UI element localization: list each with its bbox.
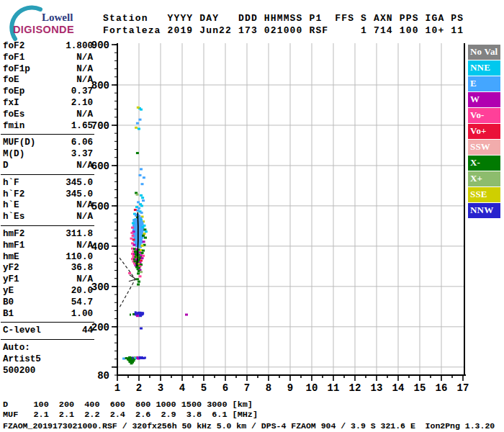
- echo-point: [144, 356, 146, 359]
- station-header: Station YYYY DAY DDD HHMMSS P1 FFS S AXN…: [103, 13, 464, 37]
- y-tick-label: 600: [91, 161, 109, 172]
- parameter-value: 345.0: [66, 189, 93, 201]
- y-tick-label: 300: [91, 282, 109, 293]
- legend-item-vo-: Vo+: [468, 124, 500, 139]
- parameter-value: 3.37: [71, 149, 93, 161]
- x-tick-label: 14: [392, 382, 405, 394]
- parameter-row: MUF(D)6.06: [3, 138, 93, 149]
- echo-point: [132, 222, 135, 224]
- y-tick-label: 400: [91, 241, 109, 253]
- scaled-parameters-panel: foF21.800foF1N/AfoF1pN/AfoEN/AfoEp0.37fx…: [3, 41, 93, 377]
- parameter-label: foF1: [3, 53, 24, 64]
- legend-item-x-: X+: [468, 171, 500, 186]
- echo-point: [130, 362, 133, 364]
- parameter-label: D: [3, 161, 9, 172]
- echo-point: [136, 278, 139, 280]
- parameter-value: 2.10: [71, 98, 93, 109]
- y-tick-label: 200: [91, 322, 109, 333]
- logo-text-digisonde: DIGISONDE: [13, 24, 74, 35]
- echo-point: [143, 233, 146, 235]
- echo-point: [137, 201, 140, 203]
- y-tick-label: 800: [91, 80, 109, 91]
- x-tick-label: 4: [179, 382, 185, 394]
- parameter-label: yF2: [3, 263, 19, 274]
- parameter-row: foEN/A: [3, 75, 93, 86]
- parameter-value: 36.8: [71, 263, 93, 274]
- echo-point: [145, 230, 148, 233]
- x-tick-label: 12: [349, 382, 361, 394]
- echo-point: [141, 312, 144, 315]
- legend-item-nnw: NNW: [468, 203, 500, 218]
- parameter-label: h`Es: [3, 212, 24, 223]
- parameter-label: h`F2: [3, 189, 24, 201]
- legend-item-ssw: SSW: [468, 140, 500, 155]
- parameter-row: 500200: [3, 366, 93, 377]
- echo-point: [137, 272, 140, 274]
- axis-tick-labels: 9008007006005004003002008012345678910111…: [91, 40, 469, 394]
- echo-point: [140, 204, 143, 207]
- legend-item-sse: SSE: [468, 187, 500, 202]
- parameter-label: hmE: [3, 252, 19, 264]
- parameter-value: N/A: [76, 109, 93, 121]
- legend-item-e: E: [468, 76, 500, 91]
- parameter-row: fmin1.65: [3, 121, 93, 132]
- panel-separator: [1, 339, 94, 340]
- echo-point: [141, 226, 144, 228]
- panel-separator: [1, 174, 94, 175]
- legend-item-nne: NNE: [468, 60, 500, 76]
- echo-point: [138, 207, 140, 210]
- parameter-row: C-level44: [3, 325, 93, 337]
- echo-point: [185, 314, 188, 316]
- x-tick-label: 6: [222, 382, 228, 394]
- parameter-label: hmF1: [3, 240, 24, 252]
- parameter-row: fxI2.10: [3, 98, 93, 109]
- x-tick-label: 1: [114, 382, 120, 394]
- echo-point: [131, 227, 134, 229]
- panel-separator: [1, 225, 94, 226]
- x-tick-label: 13: [371, 382, 383, 394]
- echo-point: [132, 235, 135, 237]
- echo-point: [132, 244, 135, 246]
- parameter-value: N/A: [76, 240, 93, 252]
- parameter-row: foF1N/A: [3, 53, 93, 64]
- echo-point: [128, 359, 131, 361]
- parameter-value: 44: [82, 325, 93, 337]
- parameter-label: h`E: [3, 200, 19, 212]
- x-tick-label: 15: [414, 382, 426, 394]
- panel-separator: [1, 322, 94, 323]
- model-profile-dashed-line: [120, 258, 136, 307]
- parameter-label: foEs: [3, 109, 24, 121]
- parameter-row: Auto:: [3, 343, 93, 354]
- echo-scatter-points: [122, 107, 188, 364]
- footer-info: FZAOM_2019173021000.RSF / 320fx256h 50 k…: [3, 421, 495, 431]
- panel-separator: [1, 134, 94, 135]
- echo-point: [136, 315, 139, 317]
- parameter-row: hmF2311.8: [3, 229, 93, 240]
- parameter-row: yF236.8: [3, 263, 93, 274]
- echo-point: [140, 260, 143, 262]
- parameter-label: fxI: [3, 98, 19, 109]
- echo-point: [134, 209, 137, 211]
- legend-item-w: W: [468, 92, 500, 107]
- parameter-value: 20.0: [71, 286, 93, 297]
- parameter-value: 1.800: [66, 41, 93, 53]
- echo-point: [140, 328, 143, 330]
- echo-point: [142, 250, 145, 252]
- parameter-label: foEp: [3, 86, 24, 98]
- echo-point: [138, 127, 140, 130]
- parameter-row: yE20.0: [3, 286, 93, 297]
- parameter-row: hmE110.0: [3, 252, 93, 264]
- parameter-value: 6.06: [71, 138, 93, 149]
- parameter-value: N/A: [76, 212, 93, 223]
- echo-point: [142, 235, 145, 237]
- echo-point: [139, 119, 142, 121]
- parameter-row: hmF1N/A: [3, 240, 93, 252]
- x-tick-label: 9: [287, 382, 293, 394]
- echo-point: [143, 240, 145, 243]
- header-field-values: Fortaleza 2019 Jun22 173 021000 RSF 1 71…: [103, 25, 464, 36]
- parameter-label: B1: [3, 309, 14, 320]
- parameter-label: hmF2: [3, 229, 24, 240]
- echo-classification-legend: No ValNNEEWVo-Vo+SSWX-X+SSENNW: [468, 45, 500, 219]
- parameter-row: foF1pN/A: [3, 64, 93, 76]
- parameter-row: foF21.800: [3, 41, 93, 53]
